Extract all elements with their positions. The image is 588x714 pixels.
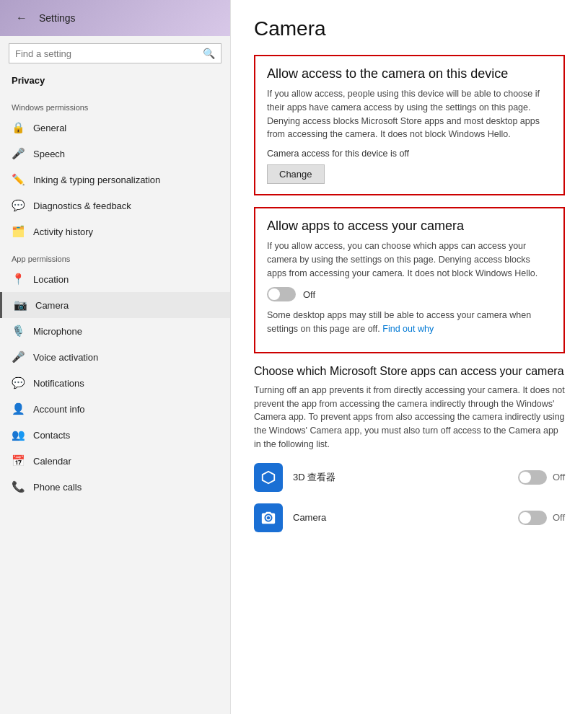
search-box: 🔍 bbox=[9, 43, 221, 63]
sidebar-item-microphone[interactable]: 🎙️ Microphone bbox=[0, 318, 230, 344]
sidebar-item-notifications[interactable]: 💬 Notifications bbox=[0, 370, 230, 396]
device-camera-title: Allow access to the camera on this devic… bbox=[267, 66, 552, 81]
toggle-knob bbox=[268, 288, 280, 300]
sidebar-header: ← Settings bbox=[0, 0, 230, 36]
sidebar-item-location[interactable]: 📍 Location bbox=[0, 266, 230, 292]
contacts-icon: 👥 bbox=[12, 428, 25, 441]
sidebar-item-voice[interactable]: 🎤 Voice activation bbox=[0, 344, 230, 370]
sidebar-item-speech[interactable]: 🎤 Speech bbox=[0, 141, 230, 167]
lock-icon: 🔒 bbox=[12, 121, 25, 134]
main-content: Camera Allow access to the camera on thi… bbox=[231, 0, 588, 714]
account-icon: 👤 bbox=[12, 402, 25, 415]
phone-icon: 📞 bbox=[12, 480, 25, 493]
speech-icon: 🎤 bbox=[12, 147, 25, 160]
activity-icon: 🗂️ bbox=[12, 225, 25, 238]
apps-camera-toggle-row: Off bbox=[267, 287, 552, 301]
microphone-label: Microphone bbox=[33, 326, 82, 337]
sidebar-item-diagnostics[interactable]: 💬 Diagnostics & feedback bbox=[0, 193, 230, 219]
camera-app-icon bbox=[254, 503, 283, 532]
apps-camera-section: Allow apps to access your camera If you … bbox=[254, 207, 565, 353]
apps-camera-note: Some desktop apps may still be able to a… bbox=[267, 309, 552, 336]
app-row-camera: Camera Off bbox=[254, 503, 565, 532]
sidebar-item-inking[interactable]: ✏️ Inking & typing personalization bbox=[0, 167, 230, 193]
sidebar-item-activity[interactable]: 🗂️ Activity history bbox=[0, 219, 230, 244]
device-camera-section: Allow access to the camera on this devic… bbox=[254, 55, 565, 195]
voice-label: Voice activation bbox=[33, 352, 98, 363]
location-label: Location bbox=[33, 274, 69, 285]
change-button[interactable]: Change bbox=[267, 164, 325, 184]
apps-camera-toggle[interactable] bbox=[267, 287, 296, 301]
calendar-label: Calendar bbox=[33, 456, 71, 467]
find-out-link[interactable]: Find out why bbox=[382, 324, 434, 334]
page-title: Camera bbox=[254, 17, 565, 40]
device-camera-desc: If you allow access, people using this d… bbox=[267, 87, 552, 141]
3d-viewer-name: 3D 查看器 bbox=[293, 471, 508, 484]
camera-app-toggle-row: Off bbox=[518, 511, 565, 525]
diagnostics-icon: 💬 bbox=[12, 199, 25, 212]
store-apps-desc: Turning off an app prevents it from dire… bbox=[254, 384, 565, 451]
contacts-label: Contacts bbox=[33, 430, 70, 441]
app-row-3d-viewer: 3D 查看器 Off bbox=[254, 463, 565, 492]
notifications-icon: 💬 bbox=[12, 376, 25, 389]
camera-app-toggle-label: Off bbox=[553, 512, 565, 523]
apps-camera-toggle-label: Off bbox=[303, 289, 315, 300]
apps-camera-desc: If you allow access, you can choose whic… bbox=[267, 239, 552, 280]
inking-icon: ✏️ bbox=[12, 173, 25, 186]
calendar-icon: 📅 bbox=[12, 454, 25, 467]
3d-viewer-icon bbox=[254, 463, 283, 492]
search-input[interactable] bbox=[15, 48, 198, 59]
activity-label: Activity history bbox=[33, 226, 93, 237]
app-permissions-label: App permissions bbox=[0, 244, 230, 266]
voice-icon: 🎤 bbox=[12, 351, 25, 363]
microphone-icon: 🎙️ bbox=[12, 325, 25, 338]
store-apps-title: Choose which Microsoft Store apps can ac… bbox=[254, 365, 565, 378]
general-label: General bbox=[33, 123, 66, 133]
notifications-label: Notifications bbox=[33, 378, 84, 389]
search-icon: 🔍 bbox=[203, 48, 215, 59]
camera-nav-icon: 📷 bbox=[14, 299, 27, 312]
camera-app-name: Camera bbox=[293, 512, 508, 523]
windows-permissions-label: Windows permissions bbox=[0, 93, 230, 115]
sidebar: ← Settings 🔍 Privacy Windows permissions… bbox=[0, 0, 231, 714]
camera-label: Camera bbox=[35, 300, 69, 311]
3d-viewer-toggle-label: Off bbox=[553, 472, 565, 482]
apps-camera-title: Allow apps to access your camera bbox=[267, 219, 552, 234]
sidebar-item-phone[interactable]: 📞 Phone calls bbox=[0, 474, 230, 500]
sidebar-item-general[interactable]: 🔒 General bbox=[0, 115, 230, 141]
3d-viewer-toggle[interactable] bbox=[518, 470, 547, 485]
sidebar-item-camera[interactable]: 📷 Camera bbox=[0, 292, 230, 318]
camera-app-toggle[interactable] bbox=[518, 511, 547, 525]
3d-viewer-toggle-row: Off bbox=[518, 470, 565, 485]
phone-label: Phone calls bbox=[33, 482, 82, 493]
diagnostics-label: Diagnostics & feedback bbox=[33, 200, 131, 211]
sidebar-item-calendar[interactable]: 📅 Calendar bbox=[0, 448, 230, 474]
privacy-label: Privacy bbox=[0, 71, 230, 93]
inking-label: Inking & typing personalization bbox=[33, 175, 160, 185]
camera-app-toggle-knob bbox=[519, 512, 531, 524]
sidebar-item-account[interactable]: 👤 Account info bbox=[0, 396, 230, 422]
camera-access-status: Camera access for this device is off bbox=[267, 149, 552, 159]
settings-title: Settings bbox=[39, 12, 76, 24]
3d-viewer-toggle-knob bbox=[519, 472, 531, 483]
account-label: Account info bbox=[33, 404, 85, 415]
sidebar-item-contacts[interactable]: 👥 Contacts bbox=[0, 422, 230, 448]
location-icon: 📍 bbox=[12, 273, 25, 286]
back-button[interactable]: ← bbox=[12, 10, 32, 26]
speech-label: Speech bbox=[33, 149, 65, 159]
